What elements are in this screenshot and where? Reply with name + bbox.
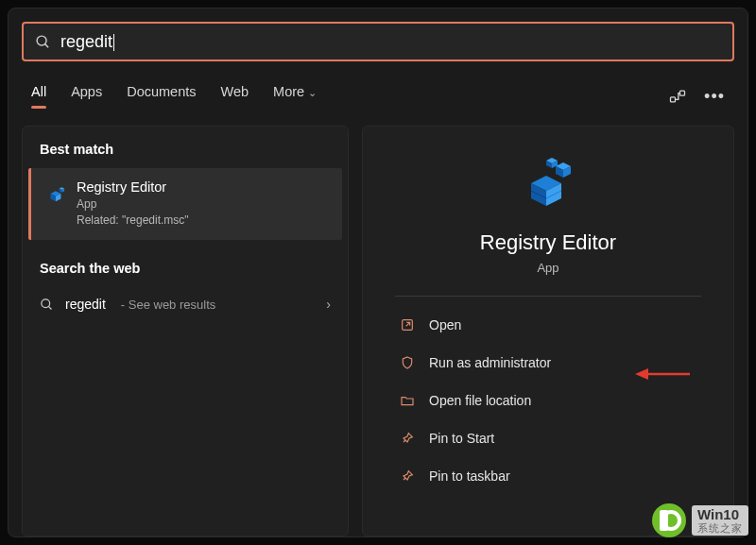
- preview-actions: Open Run as administrator Open file loca…: [395, 308, 701, 493]
- best-match-related: Related: "regedit.msc": [77, 213, 189, 227]
- action-open[interactable]: Open: [395, 308, 701, 342]
- watermark: Win10 系统之家: [652, 503, 748, 537]
- filter-tabs-row: All Apps Documents Web More⌄ •••: [22, 84, 734, 109]
- web-result-item[interactable]: regedit - See web results ›: [23, 287, 348, 321]
- search-icon: [40, 298, 54, 312]
- best-match-title: Registry Editor: [77, 179, 189, 195]
- action-pin-to-start[interactable]: Pin to Start: [395, 421, 701, 455]
- svg-line-11: [48, 306, 51, 309]
- svg-point-10: [42, 298, 50, 307]
- more-options-icon[interactable]: •••: [704, 87, 725, 107]
- action-open-label: Open: [429, 317, 461, 332]
- results-list-panel: Best match Registry Editor App Rela: [22, 126, 349, 536]
- registry-editor-icon: [44, 183, 65, 204]
- folder-icon: [399, 392, 416, 409]
- tab-apps-label: Apps: [71, 84, 102, 99]
- action-pin-to-taskbar[interactable]: Pin to taskbar: [395, 459, 701, 493]
- tab-web[interactable]: Web: [221, 84, 249, 109]
- svg-rect-2: [671, 97, 676, 102]
- tab-documents[interactable]: Documents: [127, 84, 196, 109]
- web-result-term: regedit: [65, 297, 106, 312]
- watermark-text: Win10 系统之家: [692, 505, 748, 536]
- action-run-admin-label: Run as administrator: [429, 355, 551, 370]
- tab-more[interactable]: More⌄: [273, 84, 317, 109]
- action-open-loc-label: Open file location: [429, 393, 531, 408]
- open-icon: [399, 316, 416, 333]
- best-match-item[interactable]: Registry Editor App Related: "regedit.ms…: [28, 168, 342, 240]
- action-pin-taskbar-label: Pin to taskbar: [429, 468, 510, 484]
- svg-marker-25: [635, 368, 648, 380]
- preview-header: Registry Editor App: [395, 149, 701, 275]
- svg-rect-3: [680, 91, 685, 95]
- preview-panel: Registry Editor App Open Run as administ…: [362, 126, 734, 536]
- action-pin-start-label: Pin to Start: [429, 431, 494, 446]
- pin-icon: [399, 468, 416, 485]
- search-box[interactable]: regedit: [22, 22, 734, 61]
- tab-all-label: All: [31, 84, 46, 99]
- search-web-heading: Search the web: [23, 240, 348, 287]
- watermark-logo-icon: [652, 503, 686, 537]
- tab-documents-label: Documents: [127, 84, 196, 99]
- divider: [395, 296, 701, 297]
- registry-editor-large-icon: [518, 155, 578, 215]
- action-open-file-location[interactable]: Open file location: [395, 383, 701, 417]
- best-match-text: Registry Editor App Related: "regedit.ms…: [77, 179, 189, 227]
- preview-subtitle: App: [537, 261, 558, 275]
- tab-more-label: More: [273, 84, 304, 99]
- chevron-down-icon: ⌄: [308, 87, 317, 98]
- watermark-line1: Win10: [697, 507, 743, 523]
- filter-tabs: All Apps Documents Web More⌄: [31, 84, 317, 109]
- best-match-subtitle: App: [77, 197, 189, 211]
- flow-icon[interactable]: [668, 87, 687, 106]
- start-search-panel: regedit All Apps Documents Web More⌄ •••…: [8, 8, 748, 537]
- watermark-line2: 系统之家: [697, 522, 743, 534]
- tab-apps[interactable]: Apps: [71, 84, 102, 109]
- search-icon: [35, 34, 51, 50]
- svg-point-0: [37, 36, 46, 45]
- web-result-hint: - See web results: [121, 298, 215, 312]
- tab-all[interactable]: All: [31, 84, 46, 109]
- preview-title: Registry Editor: [480, 230, 616, 255]
- chevron-right-icon: ›: [326, 297, 331, 312]
- content-area: Best match Registry Editor App Rela: [22, 126, 734, 536]
- best-match-heading: Best match: [23, 142, 348, 168]
- shield-icon: [399, 354, 416, 371]
- search-query-text: regedit: [60, 32, 112, 52]
- tabs-tools: •••: [668, 87, 725, 107]
- svg-line-1: [45, 43, 49, 47]
- annotation-arrow-icon: [635, 365, 692, 383]
- pin-icon: [399, 430, 416, 447]
- tab-web-label: Web: [221, 84, 249, 99]
